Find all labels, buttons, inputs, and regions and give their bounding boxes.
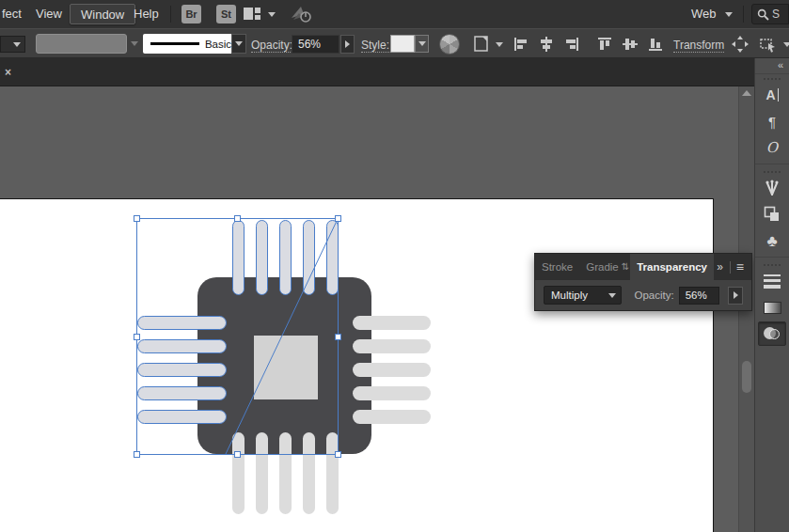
search-icon — [757, 8, 769, 21]
fill-color-dropdown[interactable] — [0, 36, 25, 53]
menu-view[interactable]: View — [30, 4, 68, 24]
style-chevron-button[interactable] — [415, 35, 429, 53]
document-setup-icon[interactable] — [473, 36, 492, 55]
arrange-documents-icon[interactable] — [244, 8, 260, 23]
chip-pin-left[interactable] — [137, 316, 227, 330]
search-text: S — [772, 8, 780, 21]
menu-help[interactable]: Help — [128, 4, 165, 24]
chip-pin-bottom[interactable] — [279, 432, 292, 514]
selection-handle[interactable] — [134, 215, 140, 222]
chip-pin-top[interactable] — [279, 220, 292, 295]
select-similar-icon[interactable] — [758, 36, 779, 53]
dock-gripper[interactable] — [764, 78, 781, 80]
stroke-lines-icon — [764, 274, 781, 289]
align-bottom-icon[interactable] — [647, 36, 664, 53]
style-label[interactable]: Style: — [361, 39, 389, 53]
chip-pin-bottom[interactable] — [232, 432, 245, 514]
chip-pin-bottom[interactable] — [303, 432, 315, 514]
opacity-label[interactable]: Opacity: — [251, 39, 292, 53]
align-vertical-center-icon[interactable] — [622, 36, 639, 53]
menu-bar: fect View Window Help Br St Web S — [0, 0, 789, 28]
tab-gradient[interactable]: Gradie — [579, 254, 621, 280]
chip-pin-right[interactable] — [353, 386, 431, 400]
control-bar: Basic Opacity: 56% Style: — [0, 28, 789, 58]
selection-handle[interactable] — [335, 215, 341, 222]
selection-handle[interactable] — [134, 451, 140, 458]
selection-handle[interactable] — [234, 451, 241, 458]
menu-effect[interactable]: fect — [0, 4, 27, 24]
panel-menu-icon[interactable]: ≡ — [736, 259, 744, 274]
dock-gripper-2[interactable] — [764, 171, 781, 173]
select-similar-chevron-icon[interactable] — [783, 42, 789, 47]
align-left-icon[interactable] — [513, 36, 529, 53]
panel-opacity-field[interactable]: 56% — [679, 287, 720, 305]
close-tab-icon[interactable]: × — [5, 66, 11, 79]
scrollbar-thumb[interactable] — [742, 361, 751, 393]
document-setup-chevron-icon[interactable] — [496, 42, 503, 47]
chip-pin-top[interactable] — [326, 220, 339, 295]
recolor-artwork-icon[interactable] — [439, 34, 460, 55]
chip-pin-left[interactable] — [137, 363, 227, 377]
expand-panels-icon[interactable]: « — [755, 58, 789, 74]
align-horizontal-center-icon[interactable] — [538, 36, 555, 53]
transform-link[interactable]: Transform — [673, 39, 724, 53]
chip-pin-left[interactable] — [137, 410, 227, 424]
chevron-down-icon[interactable] — [268, 12, 276, 17]
transparency-panel-button[interactable] — [758, 321, 786, 346]
chip-pin-bottom[interactable] — [256, 432, 268, 514]
gpu-performance-icon[interactable] — [290, 5, 312, 26]
stroke-weight-field[interactable] — [36, 34, 127, 54]
align-right-icon[interactable] — [563, 36, 580, 53]
chip-pin-top[interactable] — [232, 220, 245, 295]
blend-mode-select[interactable]: Multiply — [544, 286, 622, 305]
brushes-icon — [764, 180, 781, 196]
panel-overflow-icon[interactable]: » — [717, 260, 724, 274]
tab-stroke[interactable]: Stroke — [535, 254, 579, 280]
pathfinder-panel-button[interactable] — [758, 202, 786, 227]
chip-pin-right[interactable] — [353, 339, 431, 353]
dock-gripper-3[interactable] — [764, 264, 781, 266]
symbols-panel-button[interactable]: ♣ — [758, 228, 786, 253]
bridge-button[interactable]: Br — [181, 5, 201, 23]
stock-button[interactable]: St — [216, 5, 236, 23]
menubar-separator — [170, 6, 171, 23]
opacity-expander-button[interactable] — [340, 35, 355, 54]
tab-transparency[interactable]: Transparency — [630, 254, 714, 280]
chip-pin-right[interactable] — [353, 363, 431, 377]
paragraph-panel-button[interactable]: ¶ — [758, 109, 786, 133]
style-swatch[interactable] — [390, 35, 415, 53]
chip-pin-top[interactable] — [256, 220, 268, 295]
chip-pin-right[interactable] — [353, 316, 431, 330]
brush-definition-select[interactable]: Basic — [143, 34, 231, 54]
overlapping-squares-icon — [764, 206, 781, 223]
chip-pin-left[interactable] — [137, 339, 227, 353]
blend-mode-value: Multiply — [551, 289, 588, 301]
menubar-separator-2 — [743, 6, 744, 23]
selection-handle[interactable] — [134, 334, 140, 340]
chip-pin-right[interactable] — [353, 410, 431, 424]
selection-handle[interactable] — [234, 215, 241, 222]
opentype-panel-button[interactable]: O — [758, 135, 786, 160]
illustrator-window: fect View Window Help Br St Web S — [0, 0, 789, 532]
gradient-panel-button[interactable] — [758, 295, 786, 320]
stroke-panel-button[interactable] — [758, 269, 786, 293]
chip-center-pad-shape[interactable] — [254, 336, 318, 399]
scroll-up-icon[interactable] — [742, 90, 751, 96]
search-field[interactable]: S — [751, 4, 789, 24]
panel-opacity-expander[interactable] — [728, 287, 743, 305]
opacity-field[interactable]: 56% — [292, 35, 339, 54]
selection-handle[interactable] — [335, 334, 341, 340]
menu-window[interactable]: Window — [70, 4, 135, 24]
chip-pin-left[interactable] — [137, 386, 227, 400]
chip-pin-bottom[interactable] — [326, 432, 339, 514]
workspace-chevron-icon[interactable] — [725, 12, 733, 17]
chip-pin-top[interactable] — [303, 220, 315, 295]
stroke-weight-chevron-icon — [131, 41, 138, 46]
brushes-panel-button[interactable] — [758, 176, 786, 200]
brush-chevron-button[interactable] — [231, 34, 246, 54]
selection-handle[interactable] — [335, 451, 341, 458]
workspace-switcher[interactable]: Web — [686, 4, 722, 24]
align-top-icon[interactable] — [596, 36, 613, 53]
free-transform-icon[interactable] — [730, 36, 750, 53]
character-panel-button[interactable]: A — [758, 83, 786, 107]
